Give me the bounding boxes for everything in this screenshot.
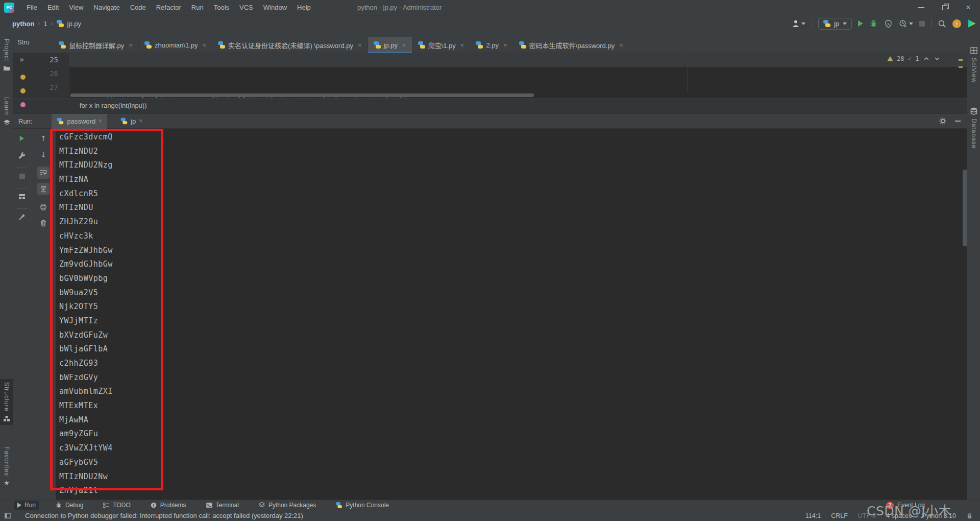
next-error-button[interactable] <box>934 55 941 62</box>
tab-close-icon[interactable]: × <box>503 41 507 49</box>
up-stack-trace-button[interactable]: ↑ <box>39 134 48 143</box>
menu-item[interactable]: Help <box>292 1 316 14</box>
close-button[interactable]: × <box>957 0 980 15</box>
minimize-button[interactable] <box>910 0 933 15</box>
clear-all-trash-icon[interactable] <box>39 219 48 228</box>
grid-icon <box>970 47 977 54</box>
horizontal-scrollbar[interactable] <box>69 92 967 98</box>
inspections-widget: 28 ✓ 1 <box>887 55 941 62</box>
menu-item[interactable]: Tools <box>209 1 234 14</box>
tab-close-icon[interactable]: × <box>129 41 133 49</box>
soft-wrap-button[interactable] <box>37 167 50 179</box>
update-available-button[interactable]: ↑ <box>952 19 961 28</box>
sidebar-item-learn[interactable]: Learn <box>0 94 13 129</box>
editor-tab[interactable]: 密码本生成软件\password.py × <box>513 37 629 53</box>
tab-close-icon[interactable]: × <box>619 41 623 49</box>
sidebar-item-project[interactable]: Project <box>0 36 13 74</box>
breadcrumb-folder[interactable]: 1 <box>43 20 47 28</box>
menu-item[interactable]: File <box>21 1 42 14</box>
gutter-dot-yellow[interactable] <box>20 88 26 93</box>
user-menu[interactable] <box>792 19 805 28</box>
toolbar-divider <box>17 168 27 168</box>
sidebar-item-structure[interactable]: Structure <box>0 379 13 425</box>
hide-panel-icon[interactable] <box>955 121 961 122</box>
settings-gear-icon[interactable] <box>939 117 947 125</box>
toolwindow-problems[interactable]: Problems <box>147 501 189 510</box>
toolwindow-todo[interactable]: TODO <box>100 501 133 510</box>
gutter-dot-pink[interactable] <box>20 102 26 107</box>
error-stripe-mark[interactable] <box>959 59 963 61</box>
structure-blocks-icon <box>3 415 10 422</box>
colorful-plugin-icon[interactable] <box>967 19 976 28</box>
run-console[interactable]: ↑ ↓ <box>13 129 967 500</box>
run-tab-password[interactable]: password × <box>52 114 107 129</box>
run-tab-jp[interactable]: jp × <box>115 114 148 129</box>
breadcrumb-project[interactable]: python <box>12 20 34 28</box>
editor-tab[interactable]: 2.py × <box>470 37 513 53</box>
pin-icon[interactable] <box>17 212 27 222</box>
debug-button[interactable] <box>869 19 878 28</box>
toolwindow-debug[interactable]: Debug <box>52 501 86 510</box>
menu-item[interactable]: Window <box>258 1 292 14</box>
menu-item[interactable]: Edit <box>42 1 64 14</box>
vertical-scrollbar-thumb[interactable] <box>963 170 967 246</box>
run-configuration-selector[interactable]: jp <box>818 18 852 30</box>
profiler-menu[interactable] <box>899 19 913 28</box>
previous-error-button[interactable] <box>923 55 930 62</box>
print-icon[interactable] <box>39 202 48 211</box>
sidebar-item-favorites[interactable]: Favorites ★ <box>0 443 13 489</box>
tab-close-icon[interactable]: × <box>358 41 362 49</box>
editor-tab[interactable]: jp.py × <box>368 37 412 53</box>
rerun-button[interactable] <box>17 134 27 143</box>
editor-tab[interactable]: 鼠标控制器详解.py × <box>53 37 139 53</box>
warning-count[interactable]: 28 <box>897 55 904 62</box>
scroll-to-end-icon <box>39 185 47 193</box>
run-with-coverage-button[interactable] <box>884 19 893 28</box>
tab-close-icon[interactable]: × <box>460 41 464 49</box>
scroll-to-end-button[interactable] <box>37 183 50 195</box>
editor-tab[interactable]: 爬虫\1.py × <box>412 37 471 53</box>
sidebar-item-sciview[interactable]: SciView <box>967 44 980 86</box>
menu-item[interactable]: View <box>64 1 88 14</box>
restore-button[interactable] <box>933 0 957 15</box>
toolwindow-label: Debug <box>65 502 83 509</box>
toolwindow-run[interactable]: Run <box>14 501 39 510</box>
editor-tab[interactable]: 实名认证身份证核验(未编译) \password.py × <box>212 37 368 53</box>
bottom-tool-window-bar: Run Debug TODO Problems <box>0 500 980 510</box>
tab-close-icon[interactable]: × <box>203 41 207 49</box>
tab-close-icon[interactable]: × <box>99 117 102 125</box>
run-tab-label: jp <box>131 117 136 125</box>
editor-tab[interactable]: zhuomian\1.py × <box>139 37 212 53</box>
restore-layout-icon[interactable] <box>17 192 27 201</box>
menu-item[interactable]: VCS <box>234 1 258 14</box>
tab-close-icon[interactable]: × <box>402 41 406 49</box>
stop-button[interactable] <box>919 21 925 27</box>
line-separator-widget[interactable]: CRLF <box>831 512 848 519</box>
toolwindow-terminal[interactable]: Terminal <box>203 501 242 510</box>
stop-button[interactable] <box>17 172 27 181</box>
menu-item[interactable]: Code <box>125 1 151 14</box>
toolwindow-python-console[interactable]: Python Console <box>332 501 392 510</box>
error-stripe-mark[interactable] <box>959 66 963 68</box>
breadcrumb-file[interactable]: jp.py <box>67 20 81 28</box>
tab-close-icon[interactable]: × <box>139 117 142 125</box>
search-everywhere-button[interactable] <box>938 19 946 28</box>
edit-configuration-wrench-icon[interactable] <box>17 151 27 160</box>
toolbar-separator <box>812 18 812 29</box>
down-stack-trace-button[interactable]: ↓ <box>39 150 48 159</box>
toolbar-divider <box>17 188 27 188</box>
gutter-dot-yellow[interactable] <box>20 75 26 80</box>
code-editor[interactable]: » 25 26 27 div_people_list = soup.find_a… <box>13 53 967 98</box>
toolwindow-python-packages[interactable]: Python Packages <box>255 501 319 510</box>
ok-count[interactable]: 1 <box>915 55 919 62</box>
menu-item[interactable]: Navigate <box>88 1 125 14</box>
menu-item[interactable]: Run <box>186 1 209 14</box>
caret-position-widget[interactable]: 114:1 <box>805 512 821 519</box>
toolwindow-toggle-icon[interactable] <box>4 512 12 519</box>
lock-icon[interactable] <box>966 512 973 519</box>
horizontal-scrollbar-thumb[interactable] <box>70 93 534 97</box>
sidebar-item-database[interactable]: Database <box>967 104 980 152</box>
chevron-down-icon <box>801 22 805 25</box>
run-button[interactable] <box>858 20 863 27</box>
menu-item[interactable]: Refactor <box>151 1 186 14</box>
